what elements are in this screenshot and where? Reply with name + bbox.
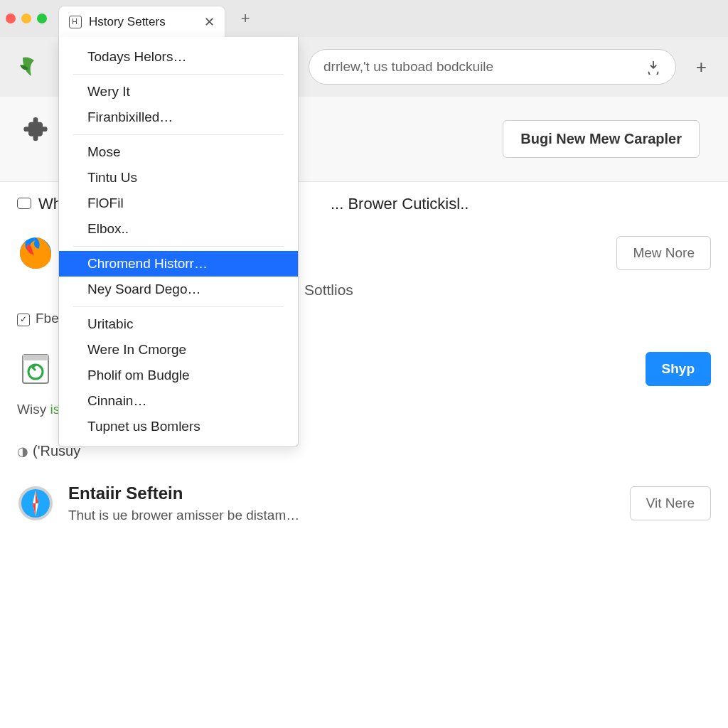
safari-title: Entaiir Seftein (68, 483, 616, 503)
tab-bar: Hstory Setters ✕ + (0, 0, 728, 37)
menu-item[interactable]: Pholif om Budgle (59, 363, 298, 388)
address-text: drrlew,'t us tuboad bodckuile (323, 59, 646, 75)
menu-item[interactable]: Were In Cmorge (59, 337, 298, 363)
history-icon (69, 16, 82, 28)
window-close[interactable] (6, 14, 16, 23)
add-button[interactable]: + (689, 56, 714, 78)
menu-item[interactable]: Wery It (59, 79, 298, 105)
menu-separator (73, 306, 284, 307)
window-controls (6, 14, 47, 23)
partial-text: ... Brower Cutickisl.. (331, 195, 469, 213)
safari-subtitle: Thut is ue brower amisser be distam… (68, 508, 616, 523)
fbe-label: Fbe (36, 311, 59, 326)
browser-tab[interactable]: Hstory Setters ✕ (58, 6, 225, 37)
menu-item[interactable]: Uritabic (59, 311, 298, 337)
menu-item[interactable]: Todays Helors… (59, 44, 298, 70)
menu-separator (73, 246, 284, 247)
key-icon (17, 444, 28, 459)
banner-primary-button[interactable]: Bugi New Mew Carapler (503, 120, 700, 158)
tab-title: Hstory Setters (89, 15, 166, 29)
puzzle-icon (21, 114, 50, 142)
window-maximize[interactable] (37, 14, 47, 23)
menu-item[interactable]: Tupnet us Bomlers (59, 414, 298, 439)
history-dropdown-menu: Todays Helors… Wery It Firanbixilled… Mo… (58, 37, 299, 447)
menu-item[interactable]: Ney Soard Dego… (59, 277, 298, 302)
firefox-action-button[interactable]: Mew Nore (616, 236, 711, 270)
menu-separator (73, 134, 284, 135)
menu-item[interactable]: Elbox.. (59, 216, 298, 242)
address-bar[interactable]: drrlew,'t us tuboad bodckuile (309, 49, 676, 85)
check-icon (17, 310, 30, 326)
browser-logo-icon (14, 50, 47, 83)
menu-item-highlighted[interactable]: Chromend Historr… (59, 251, 298, 277)
menu-separator (73, 74, 284, 75)
window-minimize[interactable] (21, 14, 31, 23)
download-icon[interactable] (646, 59, 661, 75)
menu-item[interactable]: Tintu Us (59, 165, 298, 191)
svg-rect-2 (23, 355, 48, 360)
firefox-icon (17, 235, 54, 272)
menu-item[interactable]: Firanbixilled… (59, 105, 298, 130)
shyp-button[interactable]: Shyp (646, 352, 711, 386)
speech-icon (17, 195, 31, 213)
tab-close-icon[interactable]: ✕ (173, 14, 215, 30)
menu-item[interactable]: Cinnain… (59, 388, 298, 414)
menu-item[interactable]: Mose (59, 139, 298, 165)
page-reload-icon (17, 350, 54, 387)
menu-item[interactable]: FlOFil (59, 191, 298, 216)
safari-row: Entaiir Seftein Thut is ue brower amisse… (0, 462, 728, 537)
safari-action-button[interactable]: Vit Nere (630, 486, 711, 520)
new-tab-button[interactable]: + (225, 9, 266, 28)
safari-icon (17, 485, 54, 522)
